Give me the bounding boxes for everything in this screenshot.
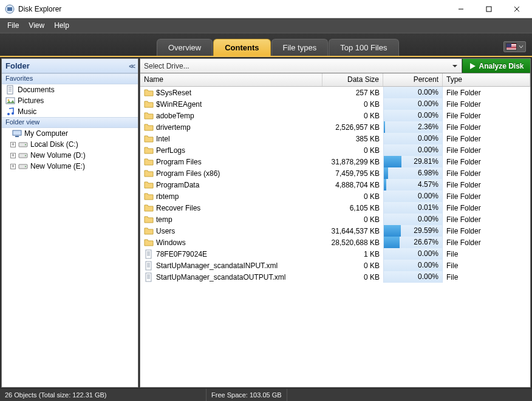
file-row[interactable]: Recover Files6,105 KB0.01%File Folder bbox=[140, 202, 530, 214]
sidebar-header: Folder << bbox=[2, 59, 138, 73]
column-headers: Name Data Size Percent Type bbox=[140, 73, 530, 87]
file-type: File Folder bbox=[443, 146, 530, 155]
file-name: 78FE0F79024E bbox=[156, 250, 207, 258]
expand-toggle[interactable]: + bbox=[10, 164, 16, 169]
file-row[interactable]: Users31,644,537 KB29.59%File Folder bbox=[140, 225, 530, 237]
tree-my-computer[interactable]: My Computer bbox=[2, 128, 138, 139]
file-row[interactable]: Windows28,520,688 KB26.67%File Folder bbox=[140, 237, 530, 248]
file-percent: 29.81% bbox=[383, 156, 443, 167]
file-percent: 0.00% bbox=[383, 110, 443, 121]
file-row[interactable]: $WinREAgent0 KB0.00%File Folder bbox=[140, 98, 530, 110]
file-row[interactable]: ProgramData4,888,704 KB4.57%File Folder bbox=[140, 179, 530, 190]
minimize-button[interactable] bbox=[447, 0, 475, 18]
file-percent: 0.00% bbox=[383, 98, 443, 110]
file-size: 0 KB bbox=[322, 215, 383, 224]
menu-view[interactable]: View bbox=[24, 19, 49, 32]
file-size: 0 KB bbox=[322, 146, 383, 155]
file-name: Windows bbox=[156, 238, 186, 247]
file-row[interactable]: drivertemp2,526,957 KB2.36%File Folder bbox=[140, 121, 530, 133]
file-name: Intel bbox=[156, 135, 170, 143]
window-titlebar: Disk Explorer bbox=[0, 0, 532, 18]
computer-icon bbox=[12, 129, 22, 138]
folder-icon bbox=[144, 226, 154, 236]
tree-drive-d[interactable]: + New Volume (D:) bbox=[2, 150, 138, 161]
col-name[interactable]: Name bbox=[140, 73, 322, 86]
tab-top-100-files[interactable]: Top 100 Files bbox=[329, 39, 398, 56]
file-size: 0 KB bbox=[322, 112, 383, 120]
expand-toggle[interactable]: + bbox=[10, 153, 16, 158]
sidebar: Folder << Favorites Documents Pictures M… bbox=[1, 58, 138, 388]
status-objects: 26 Objects (Total size: 122.31 GB) bbox=[0, 389, 206, 401]
file-type: File Folder bbox=[443, 135, 530, 143]
file-size: 385 KB bbox=[322, 135, 383, 143]
menu-file[interactable]: File bbox=[2, 19, 24, 32]
file-row[interactable]: 78FE0F79024E1 KB0.00%File bbox=[140, 248, 530, 260]
file-name: $SysReset bbox=[156, 89, 191, 97]
col-type[interactable]: Type bbox=[443, 73, 530, 86]
file-row[interactable]: temp0 KB0.00%File Folder bbox=[140, 214, 530, 225]
collapse-sidebar-button[interactable]: << bbox=[129, 62, 134, 70]
folder-icon bbox=[144, 238, 154, 248]
play-icon bbox=[469, 62, 476, 70]
file-type: File Folder bbox=[443, 89, 530, 97]
language-dropdown[interactable] bbox=[503, 41, 526, 52]
svg-point-13 bbox=[12, 112, 14, 115]
expand-toggle[interactable]: + bbox=[10, 142, 16, 147]
file-type: File Folder bbox=[443, 238, 530, 247]
drive-select[interactable]: Select Drive... bbox=[140, 59, 462, 73]
file-size: 1 KB bbox=[322, 250, 383, 258]
file-size: 0 KB bbox=[322, 261, 383, 270]
file-percent: 0.00% bbox=[383, 260, 443, 271]
file-size: 31,878,299 KB bbox=[322, 158, 383, 166]
analyze-disk-button[interactable]: Analyze Disk bbox=[462, 59, 530, 73]
close-button[interactable] bbox=[503, 0, 531, 18]
file-name: StartUpManager_scandataINPUT.xml bbox=[156, 261, 278, 270]
file-row[interactable]: Intel385 KB0.00%File Folder bbox=[140, 133, 530, 144]
col-size[interactable]: Data Size bbox=[322, 73, 383, 86]
file-name: Users bbox=[156, 227, 175, 235]
file-row[interactable]: $SysReset257 KB0.00%File Folder bbox=[140, 87, 530, 98]
file-size: 0 KB bbox=[322, 273, 383, 281]
favorite-label: Pictures bbox=[18, 96, 44, 105]
file-row[interactable]: StartUpManager_scandataINPUT.xml0 KB0.00… bbox=[140, 260, 530, 271]
tab-overview[interactable]: Overview bbox=[157, 39, 213, 56]
tree-drive-e[interactable]: + New Volume (E:) bbox=[2, 161, 138, 172]
favorite-documents[interactable]: Documents bbox=[2, 84, 138, 95]
favorite-pictures[interactable]: Pictures bbox=[2, 95, 138, 106]
window-controls bbox=[447, 0, 531, 18]
file-type: File bbox=[443, 273, 530, 281]
drive-icon bbox=[18, 161, 28, 171]
col-percent[interactable]: Percent bbox=[383, 73, 443, 86]
file-type: File bbox=[443, 250, 530, 258]
folder-icon bbox=[144, 215, 154, 224]
tab-contents[interactable]: Contents bbox=[213, 39, 270, 56]
file-list: $SysReset257 KB0.00%File Folder$WinREAge… bbox=[140, 87, 530, 387]
file-percent: 29.59% bbox=[383, 225, 443, 237]
file-name: temp bbox=[156, 215, 172, 224]
file-type: File Folder bbox=[443, 215, 530, 224]
tree-label: New Volume (D:) bbox=[30, 151, 86, 160]
tab-file-types[interactable]: File types bbox=[271, 39, 329, 56]
menu-help[interactable]: Help bbox=[49, 19, 74, 32]
tree-drive-c[interactable]: + Local Disk (C:) bbox=[2, 139, 138, 150]
file-row[interactable]: PerfLogs0 KB0.00%File Folder bbox=[140, 144, 530, 156]
file-type: File Folder bbox=[443, 123, 530, 132]
file-size: 31,644,537 KB bbox=[322, 227, 383, 235]
svg-point-17 bbox=[25, 144, 26, 146]
folder-icon bbox=[144, 192, 154, 201]
maximize-button[interactable] bbox=[475, 0, 503, 18]
chevron-down-icon bbox=[452, 63, 458, 69]
favorite-music[interactable]: Music bbox=[2, 106, 138, 117]
favorites-list: Documents Pictures Music bbox=[2, 84, 138, 117]
flag-us-icon bbox=[506, 43, 517, 50]
file-row[interactable]: adobeTemp0 KB0.00%File Folder bbox=[140, 110, 530, 121]
folder-tree: My Computer + Local Disk (C:) + New Volu… bbox=[2, 128, 138, 172]
file-row[interactable]: Program Files (x86)7,459,795 KB6.98%File… bbox=[140, 167, 530, 179]
file-row[interactable]: rbtemp0 KB0.00%File Folder bbox=[140, 190, 530, 202]
svg-rect-3 bbox=[486, 7, 491, 12]
folder-icon bbox=[144, 146, 154, 155]
file-name: ProgramData bbox=[156, 181, 199, 189]
file-row[interactable]: StartUpManager_scandataOUTPUT.xml0 KB0.0… bbox=[140, 271, 530, 283]
favorites-header: Favorites bbox=[2, 73, 138, 84]
file-row[interactable]: Program Files31,878,299 KB29.81%File Fol… bbox=[140, 156, 530, 167]
